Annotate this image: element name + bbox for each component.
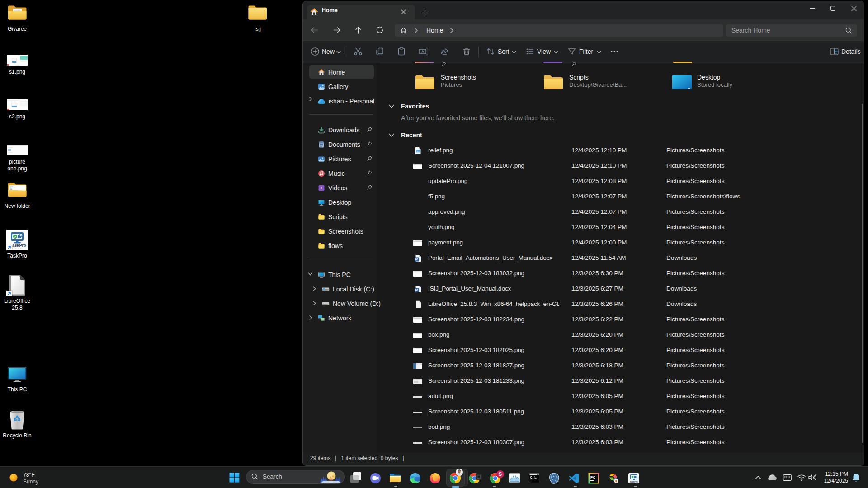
svg-text:PC: PC [590, 475, 595, 479]
svg-text:C:\: C:\ [530, 476, 536, 479]
svg-text:TaskPro: TaskPro [630, 481, 638, 483]
svg-text:TaskPro: TaskPro [10, 243, 26, 248]
